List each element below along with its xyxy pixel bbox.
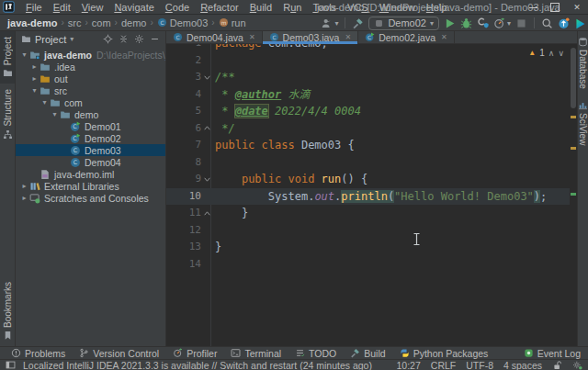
chevron-down-icon[interactable]: ▾ <box>19 50 29 59</box>
line-separator-indicator[interactable]: CRLF <box>431 360 456 370</box>
scrollbar-thumb[interactable] <box>571 48 576 108</box>
maximize-button[interactable] <box>544 0 566 15</box>
tool-stripe-label: Project <box>3 37 13 65</box>
tool-stripe-project[interactable]: Project <box>0 31 15 84</box>
tool-window-button-profiler[interactable]: Profiler <box>173 348 217 359</box>
tool-stripe-sciview[interactable]: SciView <box>578 95 588 151</box>
close-button[interactable]: ✕ <box>566 0 588 15</box>
menu-item-build[interactable]: Build <box>244 2 277 13</box>
tree-item-demo03[interactable]: CDemo03 <box>16 144 165 156</box>
caret-stripe-mark[interactable] <box>571 193 576 196</box>
line-number: 3 <box>166 69 201 86</box>
menu-item-refactor[interactable]: Refactor <box>195 2 244 13</box>
update-icon[interactable] <box>558 17 570 29</box>
fold-up-icon[interactable] <box>201 205 212 222</box>
chevron-down-icon[interactable]: ▾ <box>50 110 60 118</box>
fold-down-icon[interactable] <box>201 171 212 188</box>
tree-item-demo04[interactable]: CDemo04 <box>16 156 165 168</box>
project-panel-title[interactable]: Project <box>35 34 66 45</box>
chevron-right-icon[interactable]: ▸ <box>29 62 40 71</box>
chevron-down-icon[interactable]: ▾ <box>40 98 50 107</box>
tree-item-java-demo[interactable]: ▾java-demoD:\IdeaProjects\java-demo <box>16 49 165 61</box>
tool-window-button-python-packages[interactable]: Python Packages <box>400 348 489 359</box>
menu-item-code[interactable]: Code <box>160 2 195 13</box>
breadcrumb-item-src[interactable]: src <box>68 17 82 28</box>
settings-gear-icon[interactable] <box>134 34 144 44</box>
tool-window-button-build[interactable]: Build <box>350 348 385 359</box>
tree-item-external-libraries[interactable]: ▸External Libraries <box>16 180 165 192</box>
status-bar: Localized IntelliJ IDEA 2021.3.3 is avai… <box>0 359 588 370</box>
tree-item-out[interactable]: ▸out <box>16 73 165 84</box>
close-icon[interactable]: ✕ <box>345 33 351 41</box>
next-warning-icon[interactable]: ∨ <box>558 49 564 58</box>
menu-item-view[interactable]: View <box>76 2 109 13</box>
tool-window-button-label: Python Packages <box>413 348 489 359</box>
search-icon[interactable] <box>541 17 553 29</box>
tool-window-button-problems[interactable]: Problems <box>11 348 65 359</box>
chevron-right-icon[interactable]: ▸ <box>19 194 29 202</box>
tree-item-src[interactable]: ▾src <box>16 84 165 96</box>
indent-indicator[interactable]: 4 spaces <box>503 360 542 370</box>
gear-notify-icon[interactable] <box>572 360 582 370</box>
menu-item-edit[interactable]: Edit <box>48 2 76 13</box>
close-icon[interactable]: ✕ <box>249 33 255 41</box>
tool-stripe-bookmarks[interactable]: Bookmarks <box>0 276 15 346</box>
warning-stripe-mark[interactable] <box>571 147 576 150</box>
tree-item-com[interactable]: ▾com <box>16 96 165 108</box>
editor-tab-demo04-java[interactable]: CDemo04.java✕ <box>166 31 263 43</box>
profiler-run-icon[interactable] <box>493 17 505 29</box>
collapse-all-icon[interactable] <box>119 34 129 44</box>
run-play-icon[interactable] <box>444 17 456 29</box>
breadcrumb-item-com[interactable]: com <box>92 17 111 28</box>
menu-item-run[interactable]: Run <box>277 2 307 13</box>
locate-icon[interactable] <box>103 34 113 44</box>
lock-open-icon[interactable] <box>552 360 562 370</box>
fold-up-icon[interactable] <box>201 120 212 138</box>
trainer-icon[interactable] <box>574 17 586 29</box>
tool-window-button-todo[interactable]: TODO <box>295 348 336 359</box>
hammer-icon[interactable] <box>352 17 364 29</box>
tool-window-button-version-control[interactable]: Version Control <box>79 348 159 359</box>
fold-down-icon[interactable] <box>201 69 212 86</box>
debug-bug-icon[interactable] <box>460 17 472 29</box>
editor-body[interactable]: ▲ 1 ∧ ∨ 1package com.demo;23/**4 * @auth… <box>166 44 577 346</box>
chevron-right-icon[interactable]: ▸ <box>29 74 40 83</box>
code-token: Demo03 { <box>301 139 355 151</box>
user-icon[interactable] <box>321 17 333 29</box>
tool-window-button-terminal[interactable]: Terminal <box>231 348 281 359</box>
editor-tab-demo02-java[interactable]: CDemo02.java✕ <box>358 31 455 43</box>
chevron-down-icon[interactable]: ▾ <box>29 86 40 95</box>
breadcrumb-item-demo[interactable]: demo <box>121 17 147 28</box>
chevron-right-icon[interactable]: ▸ <box>19 182 29 190</box>
tree-item-scratches-and-consoles[interactable]: ▸Scratches and Consoles <box>16 192 165 204</box>
run-configuration-select[interactable]: Demo02▾ <box>368 17 439 30</box>
tree-item-demo[interactable]: ▾demo <box>16 108 165 120</box>
minimize-button[interactable] <box>522 0 544 15</box>
window-toggle-icon[interactable] <box>6 360 16 370</box>
breadcrumb-item-java-demo[interactable]: java-demo <box>7 17 57 28</box>
tree-item--idea[interactable]: ▸.idea <box>16 61 165 73</box>
editor-scrollbar[interactable] <box>570 44 577 346</box>
caret-position[interactable]: 10:27 <box>397 360 421 370</box>
tree-item-java-demo-iml[interactable]: java-demo.iml <box>16 168 165 180</box>
tool-window-button-event-log[interactable]: Event Log <box>524 348 581 359</box>
coverage-icon[interactable] <box>477 17 489 29</box>
warning-stripe-mark[interactable] <box>571 116 576 118</box>
breadcrumb-item-run[interactable]: mrun <box>219 17 246 28</box>
tree-item-demo02[interactable]: CDemo02 <box>16 132 165 144</box>
hide-minus-icon[interactable] <box>150 34 160 44</box>
file-encoding-indicator[interactable]: UTF-8 <box>466 360 493 370</box>
editor-tab-demo03-java[interactable]: CDemo03.java✕ <box>263 31 359 43</box>
tool-stripe-structure[interactable]: Structure <box>0 84 15 145</box>
tool-stripe-database[interactable]: Database <box>578 31 588 95</box>
breadcrumb-item-demo03[interactable]: CDemo03 <box>157 17 209 28</box>
close-icon[interactable]: ✕ <box>441 33 447 41</box>
inspection-widget[interactable]: ▲ 1 ∧ ∨ <box>528 48 564 58</box>
status-message[interactable]: Localized IntelliJ IDEA 2021.3.3 is avai… <box>23 360 372 370</box>
stop-icon[interactable] <box>515 17 527 29</box>
line-number: 11 <box>166 205 201 222</box>
menu-item-file[interactable]: File <box>20 2 48 13</box>
tree-item-demo01[interactable]: CDemo01 <box>16 120 165 132</box>
prev-warning-icon[interactable]: ∧ <box>548 49 555 58</box>
menu-item-navigate[interactable]: Navigate <box>108 2 159 13</box>
